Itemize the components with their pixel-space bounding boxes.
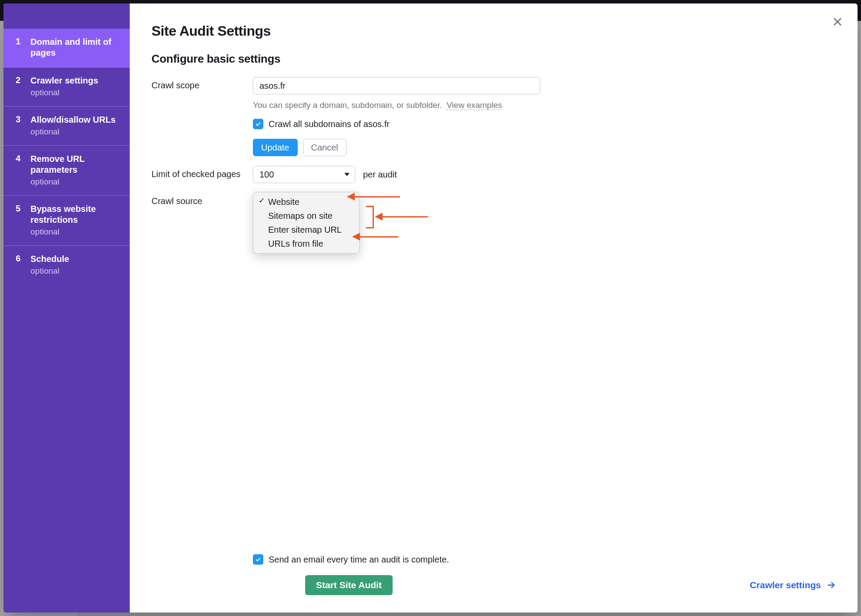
step-number: 5 (16, 204, 23, 237)
step-number: 3 (16, 114, 23, 137)
source-option-urls-file[interactable]: URLs from file (253, 237, 359, 251)
step-bypass[interactable]: 5 Bypass website restrictions optional (3, 196, 130, 246)
annotation-arrow (353, 236, 398, 238)
step-number: 6 (16, 254, 23, 276)
step-subtitle: optional (30, 88, 98, 97)
step-title: Allow/disallow URLs (30, 114, 116, 125)
step-title: Crawler settings (30, 75, 98, 86)
email-checkbox[interactable] (253, 554, 263, 565)
step-crawler-settings[interactable]: 2 Crawler settings optional (3, 67, 130, 107)
limit-value: 100 (259, 170, 274, 180)
limit-select[interactable]: 100 (253, 166, 355, 183)
step-subtitle: optional (30, 127, 116, 137)
annotation-arrow (376, 216, 428, 218)
limit-suffix: per audit (363, 170, 397, 180)
step-subtitle: optional (30, 177, 120, 187)
close-button[interactable] (830, 14, 845, 30)
checkmark-icon (255, 556, 262, 563)
step-subtitle: optional (30, 266, 69, 276)
step-title: Remove URL parameters (30, 154, 120, 175)
next-step-link[interactable]: Crawler settings (750, 580, 836, 590)
source-option-sitemaps[interactable]: Sitemaps on site (253, 209, 359, 223)
limit-label: Limit of checked pages (151, 166, 253, 179)
annotation-arrow (348, 196, 400, 198)
crawl-subdomains-checkbox[interactable] (253, 119, 263, 129)
step-allow-disallow[interactable]: 3 Allow/disallow URLs optional (3, 107, 130, 146)
close-icon (832, 17, 843, 27)
source-label: Crawl source (151, 193, 253, 206)
step-title: Schedule (30, 254, 69, 264)
step-title: Domain and limit of pages (30, 37, 120, 58)
steps-sidebar: 1 Domain and limit of pages 2 Crawler se… (3, 3, 130, 613)
crawl-scope-label: Crawl scope (151, 77, 253, 90)
step-domain-limit[interactable]: 1 Domain and limit of pages (3, 29, 130, 67)
cancel-button[interactable]: Cancel (303, 139, 346, 156)
email-label: Send an email every time an audit is com… (269, 555, 449, 565)
step-number: 2 (16, 75, 23, 97)
arrow-right-icon (826, 580, 836, 590)
modal-title: Site Audit Settings (151, 23, 836, 39)
source-dropdown: Website Sitemaps on site Enter sitemap U… (253, 192, 360, 254)
update-button[interactable]: Update (253, 139, 298, 156)
annotation-bracket (366, 206, 374, 228)
checkmark-icon (255, 121, 262, 127)
crawl-subdomains-label: Crawl all subdomains of asos.fr (269, 119, 390, 129)
step-number: 4 (16, 154, 23, 187)
view-examples-link[interactable]: View examples (447, 100, 502, 110)
step-number: 1 (16, 37, 23, 58)
source-option-website[interactable]: Website (253, 195, 359, 209)
settings-panel: Site Audit Settings Configure basic sett… (130, 3, 858, 613)
step-title: Bypass website restrictions (30, 204, 120, 225)
start-audit-button[interactable]: Start Site Audit (305, 575, 393, 595)
source-option-sitemap-url[interactable]: Enter sitemap URL (253, 223, 359, 237)
crawl-scope-input[interactable] (253, 77, 540, 94)
settings-modal: 1 Domain and limit of pages 2 Crawler se… (3, 3, 858, 613)
modal-subtitle: Configure basic settings (151, 52, 836, 66)
step-subtitle: optional (30, 227, 120, 237)
step-remove-params[interactable]: 4 Remove URL parameters optional (3, 146, 130, 196)
step-schedule[interactable]: 6 Schedule optional (3, 246, 130, 285)
crawl-scope-hint: You can specify a domain, subdomain, or … (253, 100, 836, 110)
modal-footer: Send an email every time an audit is com… (151, 537, 836, 595)
